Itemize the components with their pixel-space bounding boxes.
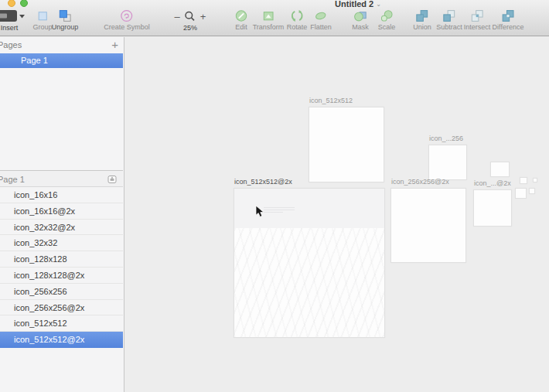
edit-icon xyxy=(235,9,248,22)
scale-button[interactable]: Scale xyxy=(378,9,396,31)
rotate-icon xyxy=(291,9,304,22)
subtract-icon xyxy=(443,9,456,22)
subtract-button[interactable]: Subtract xyxy=(436,9,462,31)
transform-label: Transform xyxy=(253,23,285,31)
artboard[interactable] xyxy=(520,177,527,184)
layer-row[interactable]: icon_16x16@2x xyxy=(0,203,123,220)
artboard[interactable] xyxy=(428,145,467,180)
minimize-button[interactable] xyxy=(8,0,15,7)
zoom-controls: – + 25% xyxy=(175,9,206,32)
layer-name: icon_512x512@2x xyxy=(14,335,84,344)
difference-button[interactable]: Difference xyxy=(493,9,524,31)
ungroup-label: Ungroup xyxy=(52,23,79,31)
sketch-window: Untitled 2 ⌄ Insert Group Ungroup xyxy=(0,0,549,392)
ungroup-button[interactable]: Ungroup xyxy=(52,9,79,31)
layer-row[interactable]: icon_32x32 xyxy=(0,235,123,251)
artboard[interactable] xyxy=(533,178,537,182)
zoom-in-button[interactable]: + xyxy=(200,11,206,22)
rotate-label: Rotate xyxy=(287,23,308,31)
flatten-icon xyxy=(314,9,327,22)
layer-row[interactable]: icon_32x32@2x xyxy=(0,220,123,236)
layer-row[interactable]: icon_16x16 xyxy=(0,187,123,203)
create-symbol-icon xyxy=(121,9,134,22)
collapse-artboards-icon[interactable] xyxy=(107,175,117,184)
ungroup-icon xyxy=(59,9,72,22)
group-icon xyxy=(36,9,49,22)
edit-button[interactable]: Edit xyxy=(235,9,248,31)
insert-button[interactable]: Insert xyxy=(0,9,26,32)
layer-name: icon_32x32@2x xyxy=(14,223,75,232)
artboard-label[interactable]: icon_...256 xyxy=(429,135,463,143)
transform-button[interactable]: Transform xyxy=(253,9,285,31)
mouse-cursor-icon xyxy=(255,205,264,218)
intersect-button[interactable]: Intersect xyxy=(464,9,491,31)
window-title: Untitled 2 ⌄ xyxy=(335,0,381,9)
artboard[interactable] xyxy=(390,188,466,263)
magnifier-icon xyxy=(184,10,196,22)
mask-icon xyxy=(353,9,367,22)
flatten-label: Flatten xyxy=(310,23,332,31)
artboard-label[interactable]: icon_512x512@2x xyxy=(234,178,292,186)
left-sidebar: Pages + Page 1 Page 1 icon_16x16 icon_16… xyxy=(0,37,124,392)
faint-artboard-content xyxy=(264,207,295,210)
layer-name: icon_16x16 xyxy=(14,190,57,199)
layers-header: Page 1 xyxy=(0,170,123,187)
layer-row[interactable]: icon_256x256 xyxy=(0,284,123,300)
layer-name: icon_16x16@2x xyxy=(14,206,75,216)
fullscreen-button[interactable] xyxy=(20,0,28,7)
document-title: Untitled 2 xyxy=(335,0,373,9)
page-list-item[interactable]: Page 1 xyxy=(0,53,123,68)
flatten-button[interactable]: Flatten xyxy=(310,9,332,31)
pages-list-body[interactable] xyxy=(0,68,123,170)
title-chevron-down-icon: ⌄ xyxy=(376,1,381,8)
rotate-button[interactable]: Rotate xyxy=(287,9,308,31)
add-page-button[interactable]: + xyxy=(111,38,118,52)
layers-header-label: Page 1 xyxy=(0,172,25,187)
layer-name: icon_128x128@2x xyxy=(14,271,84,280)
layer-name: icon_32x32 xyxy=(14,238,57,247)
layer-row[interactable]: icon_128x128@2x xyxy=(0,268,123,284)
artboard[interactable] xyxy=(473,189,512,227)
zoom-out-button[interactable]: – xyxy=(175,11,180,22)
mask-button[interactable]: Mask xyxy=(352,9,369,31)
scale-label: Scale xyxy=(378,23,396,31)
pages-header: Pages + xyxy=(0,37,124,53)
intersect-icon xyxy=(470,9,483,22)
union-button[interactable]: Union xyxy=(413,9,431,31)
pages-header-label: Pages xyxy=(0,37,22,53)
create-symbol-button[interactable]: Create Symbol xyxy=(104,9,150,31)
intersect-label: Intersect xyxy=(464,23,491,31)
artboard[interactable] xyxy=(515,188,527,199)
difference-icon xyxy=(501,9,514,22)
layer-name: icon_128x128 xyxy=(14,254,67,264)
union-icon xyxy=(415,9,428,22)
artboard-label[interactable]: icon_256x256@2x xyxy=(391,178,449,186)
layer-row[interactable]: icon_512x512@2x xyxy=(0,332,123,348)
zoom-level: 25% xyxy=(183,24,197,32)
layer-row[interactable]: icon_512x512 xyxy=(0,315,123,332)
union-label: Union xyxy=(413,23,431,31)
insert-label: Insert xyxy=(1,24,19,32)
artboard-label[interactable]: icon_512x512 xyxy=(309,97,353,105)
artboard-label[interactable]: icon_...@2x xyxy=(474,179,511,188)
artboard[interactable] xyxy=(309,107,384,182)
group-button[interactable]: Group xyxy=(32,9,52,31)
edit-label: Edit xyxy=(235,23,247,31)
artboard[interactable] xyxy=(490,162,510,177)
scale-icon xyxy=(380,9,393,22)
window-chrome: Untitled 2 ⌄ Insert Group Ungroup xyxy=(0,0,549,36)
mask-label: Mask xyxy=(352,23,369,31)
create-symbol-label: Create Symbol xyxy=(104,23,150,31)
layer-row[interactable]: icon_128x128 xyxy=(0,251,123,268)
layer-name: icon_512x512 xyxy=(14,319,67,328)
difference-label: Difference xyxy=(493,23,524,31)
transform-icon xyxy=(261,9,274,22)
subtract-label: Subtract xyxy=(436,23,462,31)
layer-name: icon_256x256@2x xyxy=(14,303,84,312)
group-label: Group xyxy=(32,23,52,31)
artboard[interactable] xyxy=(529,188,535,194)
layer-list: icon_16x16 icon_16x16@2x icon_32x32@2x i… xyxy=(0,187,123,348)
faint-artboard-content xyxy=(261,212,283,214)
insert-icon xyxy=(0,9,26,23)
layer-row[interactable]: icon_256x256@2x xyxy=(0,300,123,316)
